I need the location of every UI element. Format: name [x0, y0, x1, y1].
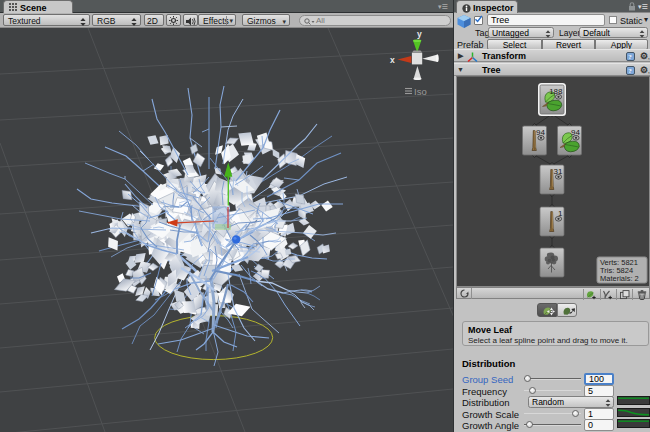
svg-text:y: y	[417, 29, 422, 39]
svg-text:Iso: Iso	[414, 86, 427, 97]
svg-text:x: x	[390, 55, 395, 65]
svg-text:188: 188	[549, 87, 563, 96]
svg-text:?: ?	[628, 67, 632, 75]
svg-text:Materials: 2: Materials: 2	[600, 274, 639, 283]
svg-text:?: ?	[628, 53, 632, 61]
